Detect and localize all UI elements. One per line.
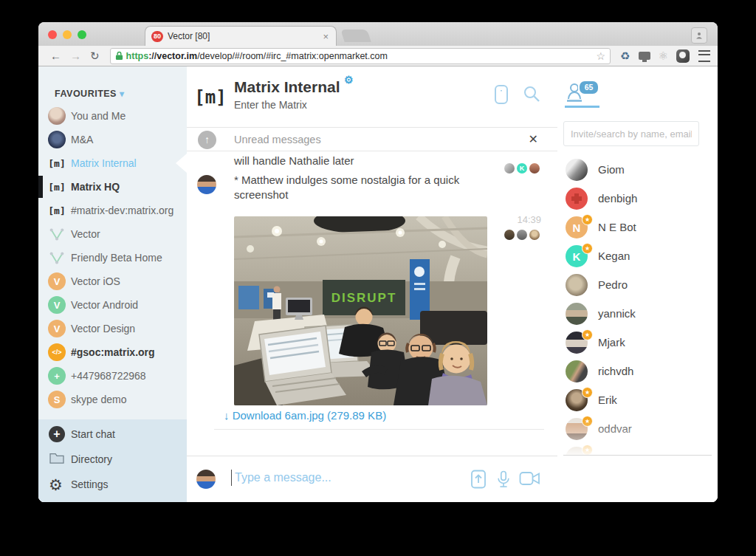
member-row-richvdh[interactable]: richvdh [566,360,709,384]
member-avatar [566,303,588,325]
download-link[interactable]: ↓ Download 6am.jpg (279.89 KB) [224,409,386,422]
member-avatar [566,360,588,382]
sidebar-item-vector-design[interactable]: V Vector Design [38,317,187,340]
sidebar-item-phone-number[interactable]: + +447968722968 [38,364,187,388]
tab-close-icon[interactable]: × [321,31,330,42]
medkit-plus-icon [571,193,582,204]
jump-to-unread-button[interactable]: ↑ [198,131,216,149]
room-label: You and Me [71,110,126,122]
sidebar-item-matrix-dev[interactable]: [m] #matrix-dev:matrix.org [38,199,187,222]
sidebar-item-skype-demo[interactable]: S skype demo [38,388,187,411]
member-row-kegan[interactable]: K ★ Kegan [566,245,709,269]
sidebar-item-m-and-a[interactable]: M&A [38,128,187,151]
member-row-mjark[interactable]: ★ Mjark [566,332,709,355]
sidebar-item-vector[interactable]: Vector [38,222,187,246]
url-separator: :// [148,51,157,61]
read-receipt-avatar [504,163,515,174]
member-list: Giom denbigh N ★ N E Bot K ★ Kegan [557,66,718,456]
member-list-divider [563,455,712,456]
message-timestamp: 14:39 [517,214,541,225]
read-receipt-avatar [529,230,540,240]
reload-button[interactable]: ↻ [90,50,100,61]
browser-window: 80 Vector [80] × ← → ↻ https://vector. [38,22,718,502]
member-row-giom[interactable]: Giom [566,159,709,182]
sender-avatar[interactable] [197,175,216,194]
sidebar-item-friendly-beta-home[interactable]: Friendly Beta Home [38,246,187,270]
browser-tab-bar: 80 Vector [80] × [38,22,718,46]
member-row-erik[interactable]: ★ Erik [566,389,709,413]
member-name: Erik [598,394,617,406]
emote-message-text: * Matthew indulges some nostalgia for a … [234,173,492,203]
power-level-star-icon: ★ [582,214,593,225]
member-panel: 65 Giom denbigh N ★ N E Bot [557,66,718,502]
back-button[interactable]: ← [50,50,61,61]
browser-profile-button[interactable] [691,27,707,44]
sidebar-item-matrix-internal[interactable]: [m] Matrix Internal [38,151,187,175]
window-close-button[interactable] [48,30,57,39]
room-settings-gear-icon[interactable]: ⚙ [344,74,354,86]
bookmark-star-icon[interactable]: ☆ [597,50,606,62]
sidebar-item-gsoc[interactable]: </> #gsoc:matrix.org [38,340,187,364]
favourites-header[interactable]: FAVOURITES▾ [55,89,124,99]
action-label: Start chat [71,428,115,440]
member-name: Pedro [598,278,628,291]
sidebar-item-you-and-me[interactable]: You and Me [38,104,187,128]
member-row-ne-bot[interactable]: N ★ N E Bot [566,216,709,240]
browser-tab[interactable]: 80 Vector [80] × [145,26,337,46]
window-minimize-button[interactable] [63,30,72,39]
member-row-pedro[interactable]: Pedro [566,274,709,298]
monitor-extension-icon[interactable] [639,52,650,60]
react-extension-icon[interactable]: ⚛ [659,50,668,61]
files-icon[interactable] [494,84,509,108]
dark-extension-icon[interactable] [676,49,690,63]
start-chat-button[interactable]: + Start chat [38,422,187,447]
forward-button[interactable]: → [70,50,81,61]
power-level-star-icon: ★ [582,329,593,340]
member-row-yannick[interactable]: yannick [566,303,709,326]
message-input[interactable]: Type a message... [235,471,331,484]
address-bar[interactable]: https://vector.im/develop/#/room/#irc_#m… [110,48,611,64]
directory-button[interactable]: Directory [38,447,187,472]
action-label: Directory [71,453,112,465]
voice-call-icon[interactable] [495,470,512,492]
url-host: vector.im [157,51,197,61]
browser-menu-icon[interactable] [698,50,710,62]
tab-favicon-badge: 80 [151,31,163,42]
member-name: denbigh [598,192,637,205]
sidebar-item-matrix-hq[interactable]: [m] Matrix HQ [38,175,187,199]
room-label: Vector [71,228,100,240]
member-list-fade [557,419,718,456]
own-avatar [196,470,216,489]
upload-file-icon[interactable] [470,470,487,492]
window-zoom-button[interactable] [78,30,86,39]
settings-button[interactable]: ⚙ Settings [38,472,187,497]
room-header-avatar[interactable]: [m] [196,83,225,112]
search-icon[interactable] [522,84,541,106]
letter-avatar: V [48,272,66,290]
close-icon[interactable]: ✕ [529,132,538,146]
member-name: Giom [598,163,625,176]
room-label: Friendly Beta Home [71,252,162,264]
letter-avatar: V [48,296,66,314]
gear-icon: ⚙ [49,477,63,492]
message-text: will handle Nathalie later [234,154,354,168]
new-tab-button[interactable] [340,30,371,42]
url-path: /develop/#/room/#irc_#matrix:openmarket.… [197,51,388,61]
selected-room-notch [176,154,187,173]
chevron-down-icon: ▾ [120,89,125,99]
vector-logo-icon [48,249,66,267]
sidebar-item-vector-android[interactable]: V Vector Android [38,293,187,317]
unread-messages-label: Unread messages [234,134,321,145]
disrupt-banner-text: DISRUPT [331,291,397,305]
letter-avatar: S [48,391,66,408]
read-receipt-avatar [517,230,527,240]
room-label: M&A [71,134,93,145]
member-avatar [566,274,588,296]
sidebar-item-vector-ios[interactable]: V Vector iOS [38,270,187,293]
attached-image[interactable]: DISRUPT [234,216,487,405]
member-row-denbigh[interactable]: denbigh [566,188,709,211]
read-receipt-avatar [529,163,540,174]
vector-logo-icon [48,225,66,243]
video-call-icon[interactable] [519,470,541,490]
recycle-extension-icon[interactable]: ♻ [620,50,630,61]
